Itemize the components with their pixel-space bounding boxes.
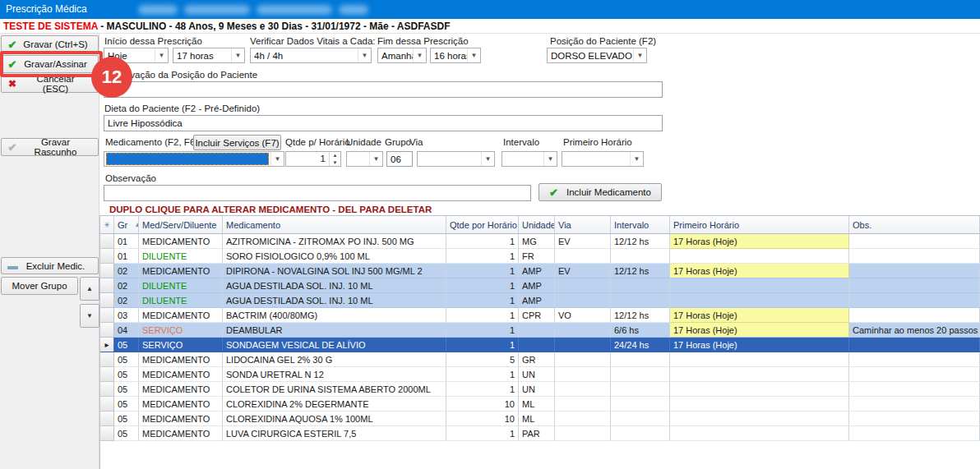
cell-obs: Caminhar ao menos 20 passos xyxy=(849,323,980,338)
table-row[interactable]: 05MEDICAMENTOLIDOCAINA GEL 2% 30 G5GR xyxy=(100,352,980,367)
table-row[interactable]: 02MEDICAMENTODIPIRONA - NOVALGINA SOL IN… xyxy=(100,264,980,278)
cell-unidade: UN xyxy=(519,382,555,397)
column-header-unidade[interactable]: Unidade xyxy=(519,216,555,234)
table-row[interactable]: 05MEDICAMENTOLUVA CIRURGICA ESTERIL 7,51… xyxy=(100,426,980,441)
column-header-medicamento[interactable]: Medicamento xyxy=(223,216,446,234)
row-indicator xyxy=(100,234,114,249)
cell-via xyxy=(555,249,611,264)
cell-gr: 01 xyxy=(114,249,139,264)
posicao-combo[interactable]: DORSO ELEVADO 30 G ▼ xyxy=(547,48,647,63)
cancelar-button[interactable]: ✖ Cancelar (ESC) xyxy=(1,75,99,93)
cell-qtde: 1 xyxy=(446,234,519,249)
cell-via xyxy=(555,367,611,382)
cell-medicamento: AZITROMICINA - ZITROMAX PO INJ. 500 MG xyxy=(223,234,446,249)
table-row[interactable]: 04SERVIÇODEAMBULAR16/6 hs17 Horas (Hoje)… xyxy=(100,323,980,338)
redacted-title-text xyxy=(184,5,250,15)
table-row[interactable]: 05MEDICAMENTOCOLETOR DE URINA SISTEMA AB… xyxy=(100,382,980,397)
stepper-arrows[interactable]: ▲▼ xyxy=(329,152,340,166)
cell-tipo: DILUENTE xyxy=(139,278,223,293)
table-row[interactable]: ▸05SERVIÇOSONDAGEM VESICAL DE ALÍVIO124/… xyxy=(100,338,980,352)
fim-hora-combo[interactable]: 16 horas ▼ xyxy=(430,48,481,63)
table-row[interactable]: 01DILUENTESORO FISIOLOGICO 0,9% 100 ML1F… xyxy=(100,249,980,264)
medicamento-combo[interactable]: ▼ xyxy=(104,151,284,167)
chevron-down-icon: ▼ xyxy=(231,48,244,62)
vitais-combo[interactable]: 4h / 4h ▼ xyxy=(250,48,372,63)
fim-label: Fim dessa Prescrição xyxy=(377,36,469,46)
column-header-qtde[interactable]: Qtde por Horário xyxy=(446,216,519,234)
observacao-input[interactable] xyxy=(104,185,531,201)
cell-obs xyxy=(849,382,980,397)
unidade-combo[interactable]: ▼ xyxy=(346,151,383,167)
table-row[interactable]: 05MEDICAMENTOCLOREXIDINA AQUOSA 1% 100ML… xyxy=(100,412,980,426)
cell-via xyxy=(555,352,611,367)
cell-gr: 02 xyxy=(114,264,139,278)
cell-medicamento: CLOREXIDINA AQUOSA 1% 100ML xyxy=(223,412,446,426)
mover-grupo-button[interactable]: Mover Grupo xyxy=(1,277,78,295)
cell-intervalo xyxy=(611,367,670,382)
cell-obs xyxy=(849,308,980,323)
column-header-primeiro[interactable]: Primeiro Horário xyxy=(670,216,849,234)
primeiro-horario-combo[interactable]: ▼ xyxy=(562,151,644,167)
cell-qtde: 10 xyxy=(446,412,519,426)
move-up-button[interactable]: ▲ xyxy=(80,277,99,301)
table-row[interactable]: 03MEDICAMENTOBACTRIM (400/80MG)1CPRVO12/… xyxy=(100,308,980,323)
sidebar: ✔ Gravar (Ctrl+S) ✔ Gravar/Assinar ✖ Can… xyxy=(0,34,99,469)
column-header-obs[interactable]: Obs. xyxy=(849,216,980,234)
move-down-button[interactable]: ▼ xyxy=(80,304,99,328)
gravar-button[interactable]: ✔ Gravar (Ctrl+S) xyxy=(1,35,99,53)
via-label: Via xyxy=(409,137,423,147)
cell-qtde: 1 xyxy=(446,382,519,397)
column-header-tipo[interactable]: Med/Serv/Diluente xyxy=(139,216,223,234)
table-row[interactable]: 01MEDICAMENTOAZITROMICINA - ZITROMAX PO … xyxy=(100,234,980,249)
incluir-servicos-label: Incluir Serviços (F7) xyxy=(195,138,279,148)
incluir-medicamento-button[interactable]: ✔ Incluir Medicamento xyxy=(539,183,662,201)
cell-obs xyxy=(849,264,980,278)
table-row[interactable]: 02DILUENTEAGUA DESTILADA SOL. INJ. 10 ML… xyxy=(100,293,980,308)
cell-obs xyxy=(849,367,980,382)
gravar-rascunho-label: Gravar Rascunho xyxy=(23,137,98,157)
cell-gr: 05 xyxy=(114,382,139,397)
column-header-intervalo[interactable]: Intervalo xyxy=(611,216,670,234)
fim-dia-combo[interactable]: Amanhã ▼ xyxy=(377,48,427,63)
column-header-gr[interactable]: Gr▲ xyxy=(114,216,139,234)
inicio-hora-combo[interactable]: 17 horas ▼ xyxy=(173,48,245,63)
cell-unidade: CPR xyxy=(519,308,555,323)
via-combo[interactable]: ▼ xyxy=(417,151,495,167)
chevron-down-icon: ▼ xyxy=(413,48,426,62)
qtde-stepper[interactable]: 1 ▲▼ xyxy=(285,151,341,167)
incluir-servicos-button[interactable]: Incluir Serviços (F7) xyxy=(193,135,281,150)
row-indicator xyxy=(100,367,114,382)
dieta-input[interactable] xyxy=(104,115,663,131)
gravar-rascunho-button[interactable]: ✔ Gravar Rascunho xyxy=(1,138,99,156)
chevron-down-icon: ▼ xyxy=(358,48,371,62)
grupo-input[interactable] xyxy=(386,151,413,167)
table-row[interactable]: 05MEDICAMENTOCLOREXIDINA 2% DEGERMANTE10… xyxy=(100,397,980,412)
cell-tipo: MEDICAMENTO xyxy=(139,264,223,278)
cell-medicamento: AGUA DESTILADA SOL. INJ. 10 ML xyxy=(223,293,446,308)
cell-intervalo xyxy=(611,352,670,367)
check-gray-icon: ✔ xyxy=(2,141,23,154)
indicator-header[interactable]: ✳ xyxy=(100,216,114,234)
primeiro-horario-label: Primeiro Horário xyxy=(563,137,632,147)
table-row[interactable]: 02DILUENTEAGUA DESTILADA SOL. INJ. 10 ML… xyxy=(100,278,980,293)
column-label: Qtde por Horário xyxy=(450,220,517,230)
patient-details: - MASCULINO - 48 Anos, 9 Meses e 30 Dias… xyxy=(98,21,451,32)
cell-gr: 03 xyxy=(114,308,139,323)
cell-tipo: DILUENTE xyxy=(139,249,223,264)
cell-obs xyxy=(849,412,980,426)
cell-gr: 01 xyxy=(114,234,139,249)
cell-tipo: MEDICAMENTO xyxy=(139,382,223,397)
column-header-via[interactable]: Via xyxy=(555,216,611,234)
cell-qtde: 1 xyxy=(446,338,519,352)
cell-qtde: 1 xyxy=(446,264,519,278)
cell-via xyxy=(555,397,611,412)
row-indicator xyxy=(100,426,114,441)
cell-gr: 05 xyxy=(114,352,139,367)
dieta-label: Dieta do Paciente (F2 - Pré-Definido) xyxy=(104,103,260,113)
gravar-assinar-button[interactable]: ✔ Gravar/Assinar xyxy=(1,55,99,73)
obs-posicao-input[interactable] xyxy=(104,81,663,98)
intervalo-combo[interactable]: ▼ xyxy=(502,151,557,167)
table-row[interactable]: 05MEDICAMENTOSONDA URETRAL N 121UN xyxy=(100,367,980,382)
excluir-medic-button[interactable]: Excluir Medic. xyxy=(1,257,99,274)
cell-primeiro-horario: 17 Horas (Hoje) xyxy=(670,234,849,249)
